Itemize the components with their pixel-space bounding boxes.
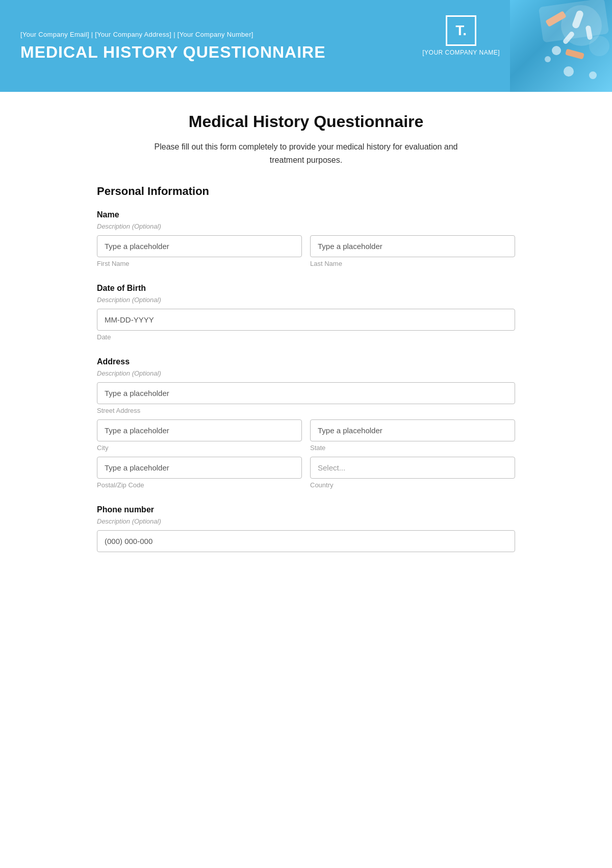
phone-field-group: Phone number Description (Optional) bbox=[97, 505, 515, 552]
dob-label: Date of Birth bbox=[97, 284, 515, 293]
dob-sublabel: Date bbox=[97, 333, 515, 341]
dob-input[interactable] bbox=[97, 309, 515, 331]
dob-field-group: Date of Birth Description (Optional) Dat… bbox=[97, 284, 515, 341]
phone-description: Description (Optional) bbox=[97, 517, 515, 525]
phone-col bbox=[97, 530, 515, 552]
name-field-group: Name Description (Optional) First Name L… bbox=[97, 210, 515, 267]
page-header: [Your Company Email] | [Your Company Add… bbox=[0, 0, 612, 92]
zip-sublabel: Postal/Zip Code bbox=[97, 481, 302, 489]
country-select[interactable]: Select... bbox=[310, 457, 515, 479]
state-input[interactable] bbox=[310, 419, 515, 441]
form-subtitle: Please fill out this form completely to … bbox=[153, 140, 459, 166]
last-name-sublabel: Last Name bbox=[310, 260, 515, 267]
city-state-row: City State bbox=[97, 419, 515, 452]
address-label: Address bbox=[97, 357, 515, 366]
street-sublabel: Street Address bbox=[97, 407, 515, 414]
city-sublabel: City bbox=[97, 444, 302, 452]
company-name: [YOUR COMPANY NAME] bbox=[422, 49, 500, 56]
phone-input[interactable] bbox=[97, 530, 515, 552]
city-input[interactable] bbox=[97, 419, 302, 441]
last-name-input[interactable] bbox=[310, 235, 515, 257]
city-col: City bbox=[97, 419, 302, 452]
main-content: Medical History Questionnaire Please fil… bbox=[76, 92, 536, 599]
phone-label: Phone number bbox=[97, 505, 515, 514]
personal-info-section: Personal Information Name Description (O… bbox=[97, 185, 515, 552]
section-title-personal: Personal Information bbox=[97, 185, 515, 198]
country-col: Select... Country bbox=[310, 457, 515, 489]
address-field-group: Address Description (Optional) Street Ad… bbox=[97, 357, 515, 489]
zip-col: Postal/Zip Code bbox=[97, 457, 302, 489]
form-title: Medical History Questionnaire bbox=[97, 112, 515, 131]
zip-input[interactable] bbox=[97, 457, 302, 479]
street-col: Street Address bbox=[97, 382, 515, 414]
state-sublabel: State bbox=[310, 444, 515, 452]
first-name-col: First Name bbox=[97, 235, 302, 267]
last-name-col: Last Name bbox=[310, 235, 515, 267]
name-label: Name bbox=[97, 210, 515, 219]
name-description: Description (Optional) bbox=[97, 222, 515, 230]
header-title: Medical History Questionnaire bbox=[20, 43, 592, 61]
header-contact: [Your Company Email] | [Your Company Add… bbox=[20, 31, 592, 38]
state-col: State bbox=[310, 419, 515, 452]
company-logo: T. bbox=[446, 15, 476, 46]
first-name-input[interactable] bbox=[97, 235, 302, 257]
header-decoration bbox=[510, 0, 612, 92]
address-description: Description (Optional) bbox=[97, 369, 515, 377]
street-input[interactable] bbox=[97, 382, 515, 404]
dob-col: Date bbox=[97, 309, 515, 341]
dob-description: Description (Optional) bbox=[97, 296, 515, 304]
zip-country-row: Postal/Zip Code Select... Country bbox=[97, 457, 515, 489]
country-sublabel: Country bbox=[310, 481, 515, 489]
first-name-sublabel: First Name bbox=[97, 260, 302, 267]
name-row: First Name Last Name bbox=[97, 235, 515, 267]
header-logo-area: T. [YOUR COMPANY NAME] bbox=[422, 15, 500, 56]
